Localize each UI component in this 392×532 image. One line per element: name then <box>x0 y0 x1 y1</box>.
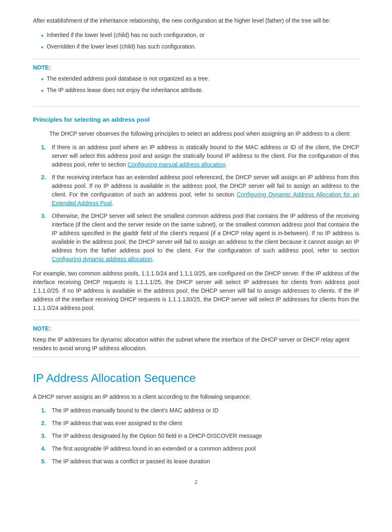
ip-alloc-num-3: 3. <box>41 432 48 440</box>
principle-num-3: 3. <box>41 212 48 220</box>
ip-alloc-item-3: 3. The IP address designated by the Opti… <box>41 432 359 440</box>
principle-item-3: 3. Otherwise, the DHCP server will selec… <box>41 212 359 264</box>
intro-bullet-1: Inherited if the lower level (child) has… <box>41 31 359 41</box>
ip-alloc-item-4: 4. The first assignable IP address found… <box>41 444 359 453</box>
principle-text-2: If the receiving interface has an extend… <box>52 173 359 208</box>
intro-bullet-list: Inherited if the lower level (child) has… <box>41 31 359 52</box>
dynamic-address-link[interactable]: Configuring dynamic address allocation <box>52 256 152 262</box>
ip-alloc-item-2: 2. The IP address that was ever assigned… <box>41 419 359 428</box>
note1-bullet-1: The extended address pool database is no… <box>41 74 359 84</box>
ip-allocation-list: 1. The IP address manually bound to the … <box>41 406 359 466</box>
principle-num-2: 2. <box>41 173 48 182</box>
ip-allocation-intro: A DHCP server assigns an IP address to a… <box>33 393 359 401</box>
principle-text-1: If there is an address pool where an IP … <box>52 143 359 169</box>
ip-alloc-text-5: The IP address that was a conflict or pa… <box>52 457 210 466</box>
ip-alloc-text-4: The first assignable IP address found in… <box>52 444 256 453</box>
page-container: After establishment of the inheritance r… <box>0 0 392 532</box>
intro-paragraph: After establishment of the inheritance r… <box>33 16 359 25</box>
note1-bullet-list: The extended address pool database is no… <box>41 74 359 96</box>
note-box-1: NOTE: The extended address pool database… <box>33 59 359 107</box>
ip-alloc-text-2: The IP address that was ever assigned to… <box>52 419 182 428</box>
intro-bullet-2: Overridden if the lower level (child) ha… <box>41 42 359 52</box>
principle-text-3: Otherwise, the DHCP server will select t… <box>52 212 359 264</box>
ip-alloc-item-5: 5. The IP address that was a conflict or… <box>41 457 359 466</box>
manual-address-link[interactable]: Configuring manual address allocation <box>127 161 225 168</box>
ip-alloc-num-5: 5. <box>41 457 48 466</box>
note2-text: Keep the IP addresses for dynamic alloca… <box>33 335 359 353</box>
principle-num-1: 1. <box>41 143 48 152</box>
note-label-1: NOTE: <box>33 63 359 72</box>
note1-bullet-2: The IP address lease does not enjoy the … <box>41 86 359 96</box>
ip-alloc-num-4: 4. <box>41 444 48 453</box>
ip-alloc-item-1: 1. The IP address manually bound to the … <box>41 406 359 415</box>
note-label-2: NOTE: <box>33 324 359 333</box>
principles-intro: The DHCP server observes the following p… <box>49 130 359 138</box>
principles-list: 1. If there is an address pool where an … <box>41 143 359 264</box>
example-paragraph: For example, two common address pools, 1… <box>33 269 359 312</box>
ip-alloc-text-1: The IP address manually bound to the cli… <box>52 406 219 415</box>
principle-item-1: 1. If there is an address pool where an … <box>41 143 359 169</box>
page-number: 2 <box>33 478 359 486</box>
ip-alloc-text-3: The IP address designated by the Option … <box>52 432 262 440</box>
ip-alloc-num-1: 1. <box>41 406 48 415</box>
principles-heading: Principles for selecting an address pool <box>33 115 359 125</box>
principle-item-2: 2. If the receiving interface has an ext… <box>41 173 359 208</box>
ip-alloc-num-2: 2. <box>41 419 48 428</box>
ip-allocation-heading: IP Address Allocation Sequence <box>33 370 359 387</box>
note-box-2: NOTE: Keep the IP addresses for dynamic … <box>33 320 359 357</box>
